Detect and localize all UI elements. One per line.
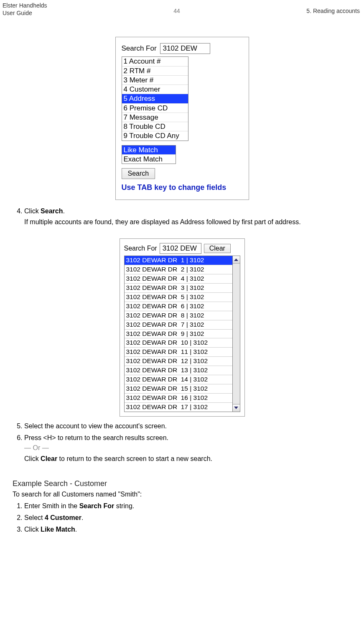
arrow-up-icon bbox=[234, 258, 238, 261]
step-4-text-b: . bbox=[63, 207, 64, 215]
result-row[interactable]: 3102 DEWAR DR 7 | 3102 bbox=[125, 320, 232, 330]
steps-list-b: Select the account to view the account's… bbox=[24, 422, 351, 463]
arrow-down-icon bbox=[234, 407, 238, 409]
result-row[interactable]: 3102 DEWAR DR 15 | 3102 bbox=[125, 384, 232, 394]
s3b: Like Match bbox=[41, 526, 75, 533]
match-option[interactable]: Exact Match bbox=[122, 155, 176, 164]
page-number: 44 bbox=[173, 8, 180, 14]
results-dialog-figure: Search For 3102 DEW Clear 3102 DEWAR DR … bbox=[120, 238, 245, 417]
header-left: Elster Handhelds User Guide bbox=[3, 2, 47, 17]
header-title-1: Elster Handhelds bbox=[3, 2, 47, 9]
search-field-option[interactable]: 9 Trouble CD Any bbox=[122, 131, 188, 140]
steps-list-a: Click Search. If multiple accounts are f… bbox=[24, 207, 351, 226]
step-4-sub: If multiple accounts are found, they are… bbox=[24, 218, 351, 226]
s2b: 4 Customer bbox=[45, 514, 81, 521]
search-field-option[interactable]: 8 Trouble CD bbox=[122, 122, 188, 131]
search-field-option[interactable]: 3 Meter # bbox=[122, 76, 188, 85]
page-content: Search For 3102 DEW 1 Account #2 RTM #3 … bbox=[0, 37, 364, 545]
step-6-sub: Click Clear to return to the search scre… bbox=[24, 455, 351, 463]
step-6-text: Press <H> to return to the search result… bbox=[24, 434, 168, 441]
result-row[interactable]: 3102 DEWAR DR 4 | 3102 bbox=[125, 274, 232, 284]
step-6-sub-a: Click bbox=[24, 455, 41, 462]
match-type-listbox[interactable]: Like MatchExact Match bbox=[122, 145, 176, 164]
search-field-option[interactable]: 4 Customer bbox=[122, 85, 188, 94]
search-input[interactable]: 3102 DEW bbox=[160, 43, 210, 54]
result-row[interactable]: 3102 DEWAR DR 17 | 3102 bbox=[125, 403, 232, 412]
page-header: Elster Handhelds User Guide 44 5. Readin… bbox=[0, 0, 364, 20]
result-row[interactable]: 3102 DEWAR DR 5 | 3102 bbox=[125, 293, 232, 302]
scroll-up-button[interactable] bbox=[233, 256, 240, 264]
result-row[interactable]: 3102 DEWAR DR 16 | 3102 bbox=[125, 394, 232, 403]
section-step-2: Select 4 Customer. bbox=[24, 514, 351, 522]
result-row[interactable]: 3102 DEWAR DR 13 | 3102 bbox=[125, 366, 232, 375]
result-row[interactable]: 3102 DEWAR DR 9 | 3102 bbox=[125, 330, 232, 339]
step-6-sub-bold: Clear bbox=[41, 455, 57, 462]
step-5: Select the account to view the account's… bbox=[24, 422, 351, 430]
section-heading: Example Search - Customer bbox=[13, 479, 351, 488]
clear-button[interactable]: Clear bbox=[204, 244, 231, 253]
search-input-2[interactable]: 3102 DEW bbox=[160, 243, 201, 254]
result-row[interactable]: 3102 DEWAR DR 6 | 3102 bbox=[125, 302, 232, 311]
search-field-option[interactable]: 5 Address bbox=[122, 94, 188, 103]
search-field-option[interactable]: 1 Account # bbox=[122, 57, 188, 66]
search-field-option[interactable]: 2 RTM # bbox=[122, 67, 188, 76]
result-row[interactable]: 3102 DEWAR DR 1 | 3102 bbox=[125, 256, 232, 265]
result-row[interactable]: 3102 DEWAR DR 10 | 3102 bbox=[125, 338, 232, 348]
step-6: Press <H> to return to the search result… bbox=[24, 434, 351, 463]
scroll-down-button[interactable] bbox=[233, 404, 240, 412]
results-listbox[interactable]: 3102 DEWAR DR 1 | 31023102 DEWAR DR 2 | … bbox=[124, 256, 233, 412]
s3a: Click bbox=[24, 526, 41, 533]
result-row[interactable]: 3102 DEWAR DR 14 | 3102 bbox=[125, 375, 232, 384]
result-row[interactable]: 3102 DEWAR DR 8 | 3102 bbox=[125, 311, 232, 320]
result-row[interactable]: 3102 DEWAR DR 2 | 3102 bbox=[125, 265, 232, 274]
search-button[interactable]: Search bbox=[122, 168, 155, 179]
step-6-sub-b: to return to the search screen to start … bbox=[57, 455, 212, 462]
s2c: . bbox=[81, 514, 83, 521]
scrollbar[interactable] bbox=[233, 256, 240, 412]
result-row[interactable]: 3102 DEWAR DR 12 | 3102 bbox=[125, 357, 232, 366]
or-separator: — Or — bbox=[24, 444, 351, 452]
search-dialog-figure: Search For 3102 DEW 1 Account #2 RTM #3 … bbox=[115, 37, 249, 200]
search-field-option[interactable]: 7 Message bbox=[122, 113, 188, 122]
s1a: Enter Smith in the bbox=[24, 502, 79, 509]
s1c: string. bbox=[114, 502, 134, 509]
search-field-option[interactable]: 6 Premise CD bbox=[122, 104, 188, 113]
section-intro: To search for all Customers named "Smith… bbox=[13, 491, 351, 498]
s3c: . bbox=[75, 526, 77, 533]
search-field-listbox[interactable]: 1 Account #2 RTM #3 Meter #4 Customer5 A… bbox=[122, 56, 188, 141]
match-option[interactable]: Like Match bbox=[122, 146, 176, 155]
step-4: Click Search. If multiple accounts are f… bbox=[24, 207, 351, 226]
result-row[interactable]: 3102 DEWAR DR 11 | 3102 bbox=[125, 348, 232, 357]
section-steps: Enter Smith in the Search For string. Se… bbox=[24, 502, 351, 533]
s2a: Select bbox=[24, 514, 45, 521]
chapter-title: 5. Reading accounts bbox=[306, 8, 360, 14]
s1b: Search For bbox=[79, 502, 115, 509]
step-4-text-a: Click bbox=[24, 207, 41, 215]
step-4-bold: Search bbox=[41, 207, 63, 215]
section-step-3: Click Like Match. bbox=[24, 526, 351, 533]
helper-text: Use TAB key to change fields bbox=[122, 183, 243, 192]
search-for-label: Search For bbox=[122, 44, 157, 53]
result-row[interactable]: 3102 DEWAR DR 3 | 3102 bbox=[125, 284, 232, 293]
search-for-label-2: Search For bbox=[124, 245, 157, 252]
section-step-1: Enter Smith in the Search For string. bbox=[24, 502, 351, 510]
header-title-2: User Guide bbox=[3, 9, 47, 17]
